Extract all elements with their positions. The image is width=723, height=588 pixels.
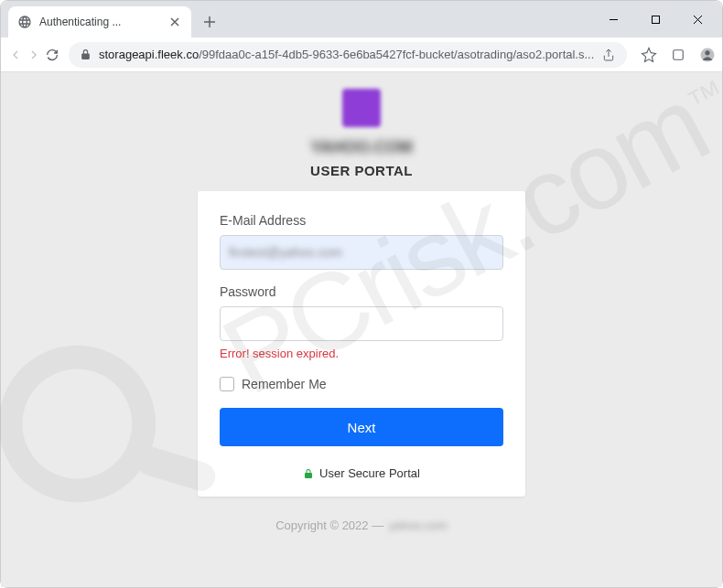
brand-logo [342,89,381,127]
next-button[interactable]: Next [220,408,503,446]
lock-icon [80,48,92,60]
profile-icon[interactable] [695,42,720,68]
org-name: YAHOO.COM [310,138,412,157]
extensions-icon[interactable] [665,42,691,68]
page-content: YAHOO.COM USER PORTAL E-Mail Address fir… [1,72,722,587]
secure-portal-text: User Secure Portal [319,466,420,480]
svg-point-3 [706,50,710,55]
svg-rect-0 [652,16,659,23]
forward-button[interactable] [27,42,41,68]
lock-secure-icon [303,468,314,479]
titlebar: Authenticating ... [1,1,722,37]
portal-title: USER PORTAL [310,163,413,178]
password-label: Password [220,284,503,299]
svg-rect-1 [674,49,684,59]
toolbar: storageapi.fleek.co/99fdaa0c-a15f-4db5-9… [1,37,722,72]
window-controls [592,1,722,37]
maximize-button[interactable] [634,5,676,34]
minimize-button[interactable] [592,5,634,34]
remember-checkbox[interactable] [220,377,234,391]
share-icon[interactable] [601,48,616,62]
browser-tab[interactable]: Authenticating ... [8,6,191,37]
remember-label: Remember Me [242,377,327,391]
address-bar[interactable]: storageapi.fleek.co/99fdaa0c-a15f-4db5-9… [69,42,627,68]
tab-title: Authenticating ... [39,16,160,28]
star-icon[interactable] [636,42,662,68]
url-text: storageapi.fleek.co/99fdaa0c-a15f-4db5-9… [99,48,594,61]
error-message: Error! session expired. [220,347,503,360]
email-input[interactable] [220,235,503,270]
globe-icon [17,15,32,29]
new-tab-button[interactable] [197,9,222,35]
password-input[interactable] [220,306,503,341]
back-button[interactable] [8,42,23,68]
login-card: E-Mail Address firstest@yahoo.com Passwo… [198,191,525,497]
copyright: Copyright © 2022 — yahoo.com [275,519,448,532]
close-window-button[interactable] [676,5,718,34]
close-tab-icon[interactable] [167,15,182,29]
reload-button[interactable] [45,42,59,68]
email-label: E-Mail Address [220,213,503,228]
